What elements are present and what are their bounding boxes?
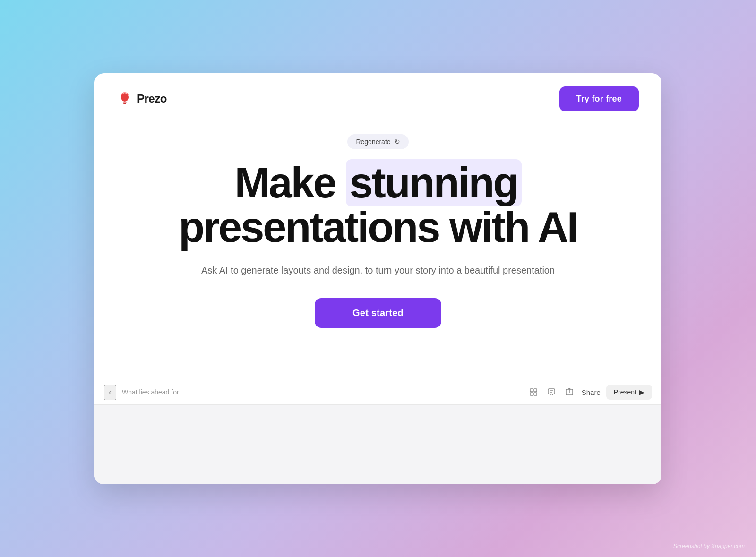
toolbar-icons [527, 386, 576, 399]
svg-rect-5 [534, 393, 537, 395]
title-line2: presentations with AI [179, 204, 577, 251]
regenerate-pill[interactable]: Regenerate ↻ [347, 134, 408, 149]
layout-icon[interactable] [527, 386, 540, 399]
regenerate-icon: ↻ [395, 138, 400, 146]
comment-icon[interactable] [545, 386, 558, 399]
svg-rect-2 [530, 389, 533, 392]
svg-rect-1 [123, 103, 126, 104]
preview-toolbar: ‹ What lies ahead for ... [94, 380, 662, 405]
title-highlight: stunning [346, 159, 522, 206]
svg-point-0 [121, 93, 129, 102]
logo-text: Prezo [137, 92, 167, 105]
title-line1: Make stunning [234, 159, 521, 206]
title-make: Make [234, 159, 345, 206]
svg-rect-6 [548, 389, 555, 394]
share-button[interactable]: Share [582, 388, 601, 396]
logo-icon [117, 91, 132, 106]
screenshot-credit: Screenshot by Xnapper.com [673, 543, 745, 549]
preview-section: ‹ What lies ahead for ... [94, 380, 662, 484]
toolbar-title: What lies ahead for ... [122, 388, 521, 396]
main-card: Prezo Try for free Regenerate ↻ Make stu… [94, 73, 662, 484]
present-play-icon: ▶ [639, 388, 644, 396]
logo: Prezo [117, 91, 167, 106]
svg-rect-4 [530, 393, 533, 395]
present-label: Present [614, 388, 636, 396]
svg-rect-3 [534, 389, 537, 392]
try-free-button[interactable]: Try for free [559, 86, 639, 111]
hero-subtitle: Ask AI to generate layouts and design, t… [201, 263, 555, 277]
share-icon[interactable] [563, 386, 576, 399]
get-started-button[interactable]: Get started [315, 298, 441, 328]
hero-section: Regenerate ↻ Make stunning presentations… [94, 125, 662, 380]
back-button[interactable]: ‹ [104, 385, 116, 400]
hero-title: Make stunning presentations with AI [179, 161, 577, 250]
toolbar-right: Share Present ▶ [582, 385, 652, 400]
header: Prezo Try for free [94, 73, 662, 125]
regenerate-label: Regenerate [356, 138, 390, 146]
present-button[interactable]: Present ▶ [606, 385, 652, 400]
preview-content [94, 405, 662, 484]
